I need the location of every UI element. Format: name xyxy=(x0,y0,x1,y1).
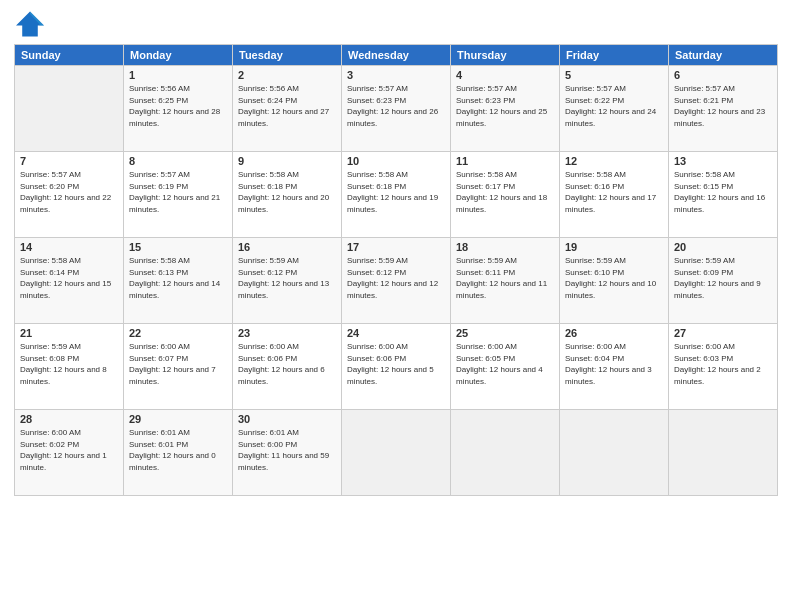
day-cell: 8Sunrise: 5:57 AMSunset: 6:19 PMDaylight… xyxy=(124,152,233,238)
day-number: 1 xyxy=(129,69,227,81)
day-info: Sunrise: 5:57 AMSunset: 6:20 PMDaylight:… xyxy=(20,169,118,215)
day-cell: 10Sunrise: 5:58 AMSunset: 6:18 PMDayligh… xyxy=(342,152,451,238)
day-number: 5 xyxy=(565,69,663,81)
day-number: 13 xyxy=(674,155,772,167)
day-cell: 22Sunrise: 6:00 AMSunset: 6:07 PMDayligh… xyxy=(124,324,233,410)
day-cell: 1Sunrise: 5:56 AMSunset: 6:25 PMDaylight… xyxy=(124,66,233,152)
day-cell xyxy=(342,410,451,496)
day-info: Sunrise: 6:01 AMSunset: 6:00 PMDaylight:… xyxy=(238,427,336,473)
day-number: 2 xyxy=(238,69,336,81)
day-number: 6 xyxy=(674,69,772,81)
weekday-header-wednesday: Wednesday xyxy=(342,45,451,66)
day-number: 4 xyxy=(456,69,554,81)
day-number: 18 xyxy=(456,241,554,253)
week-row-5: 28Sunrise: 6:00 AMSunset: 6:02 PMDayligh… xyxy=(15,410,778,496)
day-number: 26 xyxy=(565,327,663,339)
day-cell xyxy=(451,410,560,496)
week-row-3: 14Sunrise: 5:58 AMSunset: 6:14 PMDayligh… xyxy=(15,238,778,324)
day-number: 27 xyxy=(674,327,772,339)
weekday-header-row: SundayMondayTuesdayWednesdayThursdayFrid… xyxy=(15,45,778,66)
day-info: Sunrise: 6:00 AMSunset: 6:06 PMDaylight:… xyxy=(347,341,445,387)
day-cell: 24Sunrise: 6:00 AMSunset: 6:06 PMDayligh… xyxy=(342,324,451,410)
day-number: 17 xyxy=(347,241,445,253)
day-number: 11 xyxy=(456,155,554,167)
day-info: Sunrise: 5:56 AMSunset: 6:25 PMDaylight:… xyxy=(129,83,227,129)
weekday-header-sunday: Sunday xyxy=(15,45,124,66)
day-cell: 29Sunrise: 6:01 AMSunset: 6:01 PMDayligh… xyxy=(124,410,233,496)
day-cell: 6Sunrise: 5:57 AMSunset: 6:21 PMDaylight… xyxy=(669,66,778,152)
day-info: Sunrise: 5:59 AMSunset: 6:09 PMDaylight:… xyxy=(674,255,772,301)
day-info: Sunrise: 6:01 AMSunset: 6:01 PMDaylight:… xyxy=(129,427,227,473)
day-info: Sunrise: 5:57 AMSunset: 6:23 PMDaylight:… xyxy=(347,83,445,129)
day-info: Sunrise: 5:59 AMSunset: 6:10 PMDaylight:… xyxy=(565,255,663,301)
day-info: Sunrise: 5:56 AMSunset: 6:24 PMDaylight:… xyxy=(238,83,336,129)
day-info: Sunrise: 5:57 AMSunset: 6:23 PMDaylight:… xyxy=(456,83,554,129)
day-cell: 25Sunrise: 6:00 AMSunset: 6:05 PMDayligh… xyxy=(451,324,560,410)
day-info: Sunrise: 6:00 AMSunset: 6:02 PMDaylight:… xyxy=(20,427,118,473)
day-info: Sunrise: 5:58 AMSunset: 6:17 PMDaylight:… xyxy=(456,169,554,215)
day-cell: 23Sunrise: 6:00 AMSunset: 6:06 PMDayligh… xyxy=(233,324,342,410)
day-cell xyxy=(669,410,778,496)
day-info: Sunrise: 5:58 AMSunset: 6:18 PMDaylight:… xyxy=(347,169,445,215)
day-info: Sunrise: 5:59 AMSunset: 6:11 PMDaylight:… xyxy=(456,255,554,301)
day-number: 30 xyxy=(238,413,336,425)
day-cell xyxy=(15,66,124,152)
week-row-4: 21Sunrise: 5:59 AMSunset: 6:08 PMDayligh… xyxy=(15,324,778,410)
weekday-header-thursday: Thursday xyxy=(451,45,560,66)
day-number: 12 xyxy=(565,155,663,167)
day-cell: 4Sunrise: 5:57 AMSunset: 6:23 PMDaylight… xyxy=(451,66,560,152)
day-info: Sunrise: 5:57 AMSunset: 6:19 PMDaylight:… xyxy=(129,169,227,215)
day-number: 3 xyxy=(347,69,445,81)
day-number: 28 xyxy=(20,413,118,425)
day-cell: 19Sunrise: 5:59 AMSunset: 6:10 PMDayligh… xyxy=(560,238,669,324)
day-cell: 17Sunrise: 5:59 AMSunset: 6:12 PMDayligh… xyxy=(342,238,451,324)
day-info: Sunrise: 5:58 AMSunset: 6:16 PMDaylight:… xyxy=(565,169,663,215)
weekday-header-saturday: Saturday xyxy=(669,45,778,66)
day-cell: 14Sunrise: 5:58 AMSunset: 6:14 PMDayligh… xyxy=(15,238,124,324)
day-number: 23 xyxy=(238,327,336,339)
weekday-header-monday: Monday xyxy=(124,45,233,66)
day-number: 16 xyxy=(238,241,336,253)
day-info: Sunrise: 5:59 AMSunset: 6:08 PMDaylight:… xyxy=(20,341,118,387)
day-cell: 28Sunrise: 6:00 AMSunset: 6:02 PMDayligh… xyxy=(15,410,124,496)
day-number: 25 xyxy=(456,327,554,339)
week-row-2: 7Sunrise: 5:57 AMSunset: 6:20 PMDaylight… xyxy=(15,152,778,238)
day-info: Sunrise: 5:57 AMSunset: 6:21 PMDaylight:… xyxy=(674,83,772,129)
day-cell: 18Sunrise: 5:59 AMSunset: 6:11 PMDayligh… xyxy=(451,238,560,324)
day-cell: 12Sunrise: 5:58 AMSunset: 6:16 PMDayligh… xyxy=(560,152,669,238)
day-cell: 11Sunrise: 5:58 AMSunset: 6:17 PMDayligh… xyxy=(451,152,560,238)
day-cell: 3Sunrise: 5:57 AMSunset: 6:23 PMDaylight… xyxy=(342,66,451,152)
day-info: Sunrise: 6:00 AMSunset: 6:05 PMDaylight:… xyxy=(456,341,554,387)
day-info: Sunrise: 5:59 AMSunset: 6:12 PMDaylight:… xyxy=(238,255,336,301)
day-cell xyxy=(560,410,669,496)
weekday-header-tuesday: Tuesday xyxy=(233,45,342,66)
day-number: 15 xyxy=(129,241,227,253)
day-number: 19 xyxy=(565,241,663,253)
day-number: 10 xyxy=(347,155,445,167)
logo xyxy=(14,10,50,38)
day-info: Sunrise: 6:00 AMSunset: 6:03 PMDaylight:… xyxy=(674,341,772,387)
day-number: 22 xyxy=(129,327,227,339)
day-info: Sunrise: 6:00 AMSunset: 6:06 PMDaylight:… xyxy=(238,341,336,387)
day-info: Sunrise: 5:58 AMSunset: 6:13 PMDaylight:… xyxy=(129,255,227,301)
day-number: 24 xyxy=(347,327,445,339)
calendar-table: SundayMondayTuesdayWednesdayThursdayFrid… xyxy=(14,44,778,496)
day-cell: 5Sunrise: 5:57 AMSunset: 6:22 PMDaylight… xyxy=(560,66,669,152)
day-info: Sunrise: 5:59 AMSunset: 6:12 PMDaylight:… xyxy=(347,255,445,301)
day-number: 29 xyxy=(129,413,227,425)
day-info: Sunrise: 6:00 AMSunset: 6:07 PMDaylight:… xyxy=(129,341,227,387)
day-cell: 15Sunrise: 5:58 AMSunset: 6:13 PMDayligh… xyxy=(124,238,233,324)
day-number: 8 xyxy=(129,155,227,167)
day-cell: 26Sunrise: 6:00 AMSunset: 6:04 PMDayligh… xyxy=(560,324,669,410)
weekday-header-friday: Friday xyxy=(560,45,669,66)
day-info: Sunrise: 5:58 AMSunset: 6:18 PMDaylight:… xyxy=(238,169,336,215)
day-cell: 21Sunrise: 5:59 AMSunset: 6:08 PMDayligh… xyxy=(15,324,124,410)
day-number: 20 xyxy=(674,241,772,253)
day-cell: 30Sunrise: 6:01 AMSunset: 6:00 PMDayligh… xyxy=(233,410,342,496)
day-cell: 13Sunrise: 5:58 AMSunset: 6:15 PMDayligh… xyxy=(669,152,778,238)
day-info: Sunrise: 5:57 AMSunset: 6:22 PMDaylight:… xyxy=(565,83,663,129)
day-number: 21 xyxy=(20,327,118,339)
day-info: Sunrise: 5:58 AMSunset: 6:14 PMDaylight:… xyxy=(20,255,118,301)
page-header xyxy=(14,10,778,38)
day-number: 14 xyxy=(20,241,118,253)
